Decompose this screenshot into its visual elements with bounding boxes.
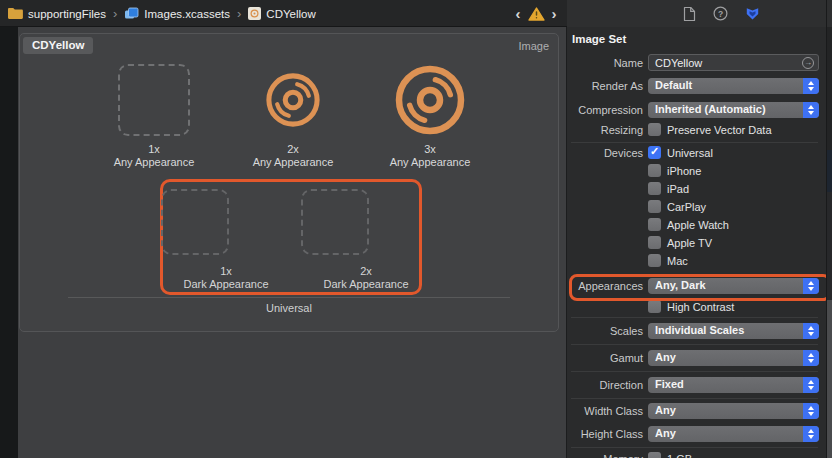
- image-well-2x-dark[interactable]: [301, 189, 431, 259]
- slot-label: 1x Dark Appearance: [184, 265, 269, 291]
- section-divider: [68, 297, 510, 298]
- warning-icon[interactable]: [528, 7, 545, 21]
- back-button[interactable]: ‹: [516, 6, 521, 21]
- image-set-title: CDYellow: [23, 37, 93, 54]
- breadcrumb-separator: ›: [112, 6, 118, 21]
- dark-appearance-annotation: 1x Dark Appearance 2x Dark Appearance: [160, 179, 422, 295]
- breadcrumb-item-supportingfiles[interactable]: supportingFiles: [7, 7, 106, 20]
- dropdown-chevrons-icon: [803, 377, 819, 393]
- slot-label: 1x Any Appearance: [114, 143, 195, 169]
- svg-text:?: ?: [718, 9, 723, 19]
- memory-1gb-checkbox[interactable]: [648, 452, 661, 458]
- memory-label: Memory: [567, 453, 643, 458]
- screen-edge-sliver: [826, 0, 832, 458]
- checkbox-label: 1 GB: [667, 453, 692, 458]
- appearances-select[interactable]: Any, Dark: [648, 278, 819, 294]
- direction-select[interactable]: Fixed: [648, 377, 819, 393]
- slot-1x-any: 1x Any Appearance: [84, 63, 224, 169]
- compression-select[interactable]: Inherited (Automatic): [648, 102, 819, 118]
- navigator-edge: [0, 27, 18, 458]
- name-label: Name: [567, 57, 643, 69]
- device-apple-watch-checkbox[interactable]: [648, 218, 661, 231]
- device-apple-tv-checkbox[interactable]: [648, 236, 661, 249]
- history-nav: ‹ ›: [505, 0, 567, 27]
- inspector-divider: [571, 142, 818, 143]
- image-well-1x-dark[interactable]: [161, 189, 291, 259]
- name-input[interactable]: [648, 54, 819, 71]
- height-class-label: Height Class: [567, 428, 643, 440]
- forward-button[interactable]: ›: [552, 6, 557, 21]
- appearances-label: Appearances: [567, 280, 643, 292]
- file-inspector-icon[interactable]: [683, 6, 696, 22]
- editor-area: CDYellow Image 1x Any Appearance: [18, 27, 566, 458]
- image-set-canvas: CDYellow Image 1x Any Appearance: [19, 33, 559, 332]
- device-iphone-checkbox[interactable]: [648, 164, 661, 177]
- scales-select[interactable]: Individual Scales: [648, 323, 819, 339]
- breadcrumb: supportingFiles › Images.xcassets › CDYe…: [7, 0, 316, 27]
- cd-disc-image: [265, 72, 321, 128]
- idiom-label: Universal: [20, 302, 558, 314]
- dropdown-chevrons-icon: [803, 78, 819, 94]
- inspector-divider: [571, 371, 818, 372]
- image-thumbnail-icon: [248, 7, 261, 20]
- slot-label: 2x Any Appearance: [253, 143, 334, 169]
- device-mac-checkbox[interactable]: [648, 254, 661, 267]
- empty-well-placeholder: [161, 189, 229, 255]
- asset-type-label: Image: [518, 40, 549, 52]
- help-inspector-icon[interactable]: ?: [713, 6, 728, 21]
- height-class-select[interactable]: Any: [648, 426, 819, 442]
- render-as-label: Render As: [567, 80, 643, 92]
- attributes-inspector-panel: Image Set Name → Render As Default Compr…: [566, 27, 826, 458]
- resizing-label: Resizing: [567, 124, 643, 136]
- image-well-3x-any[interactable]: [360, 63, 500, 136]
- breadcrumb-separator: ›: [236, 6, 242, 21]
- empty-well-placeholder: [301, 189, 369, 255]
- inspector-section-title: Image Set: [572, 33, 626, 45]
- device-universal-checkbox[interactable]: [648, 146, 661, 159]
- gamut-label: Gamut: [567, 352, 643, 364]
- dropdown-chevrons-icon: [803, 350, 819, 366]
- scales-label: Scales: [567, 325, 643, 337]
- compression-label: Compression: [567, 104, 643, 116]
- jump-arrow-icon[interactable]: →: [802, 57, 814, 69]
- inspector-divider: [571, 317, 818, 318]
- folder-icon: [7, 7, 23, 20]
- image-well-2x-any[interactable]: [223, 63, 363, 136]
- xcode-asset-editor: supportingFiles › Images.xcassets › CDYe…: [0, 0, 832, 458]
- render-as-select[interactable]: Default: [648, 78, 819, 94]
- breadcrumb-item-xcassets[interactable]: Images.xcassets: [124, 7, 230, 20]
- dropdown-chevrons-icon: [803, 278, 819, 294]
- checkbox-label: Preserve Vector Data: [667, 124, 772, 136]
- jump-bar: supportingFiles › Images.xcassets › CDYe…: [0, 0, 832, 27]
- slot-1x-dark: 1x Dark Appearance: [161, 189, 291, 291]
- breadcrumb-item-cdyellow[interactable]: CDYellow: [248, 7, 315, 20]
- attributes-inspector-icon[interactable]: [745, 6, 760, 21]
- image-well-1x-any[interactable]: [84, 63, 224, 136]
- slot-2x-any: 2x Any Appearance: [223, 63, 363, 169]
- gamut-select[interactable]: Any: [648, 350, 819, 366]
- cd-disc-image: [394, 64, 466, 136]
- slot-label: 2x Dark Appearance: [324, 265, 409, 291]
- inspector-divider: [571, 344, 818, 345]
- checkbox-label: High Contrast: [667, 301, 734, 313]
- width-class-select[interactable]: Any: [648, 403, 819, 419]
- inspector-divider: [571, 447, 818, 448]
- device-ipad-checkbox[interactable]: [648, 182, 661, 195]
- devices-label: Devices: [567, 147, 643, 159]
- inspector-toolbar: ?: [567, 0, 826, 27]
- dropdown-chevrons-icon: [803, 102, 819, 118]
- slot-2x-dark: 2x Dark Appearance: [301, 189, 431, 291]
- slot-label: 3x Any Appearance: [390, 143, 471, 169]
- width-class-label: Width Class: [567, 405, 643, 417]
- inspector-divider: [571, 398, 818, 399]
- high-contrast-checkbox[interactable]: [648, 300, 661, 313]
- device-carplay-checkbox[interactable]: [648, 200, 661, 213]
- slot-3x-any: 3x Any Appearance: [360, 63, 500, 169]
- dropdown-chevrons-icon: [803, 403, 819, 419]
- dropdown-chevrons-icon: [803, 426, 819, 442]
- dropdown-chevrons-icon: [803, 323, 819, 339]
- asset-catalog-icon: [124, 7, 139, 20]
- empty-well-placeholder: [118, 64, 190, 136]
- direction-label: Direction: [567, 379, 643, 391]
- preserve-vector-data-checkbox[interactable]: [648, 123, 661, 136]
